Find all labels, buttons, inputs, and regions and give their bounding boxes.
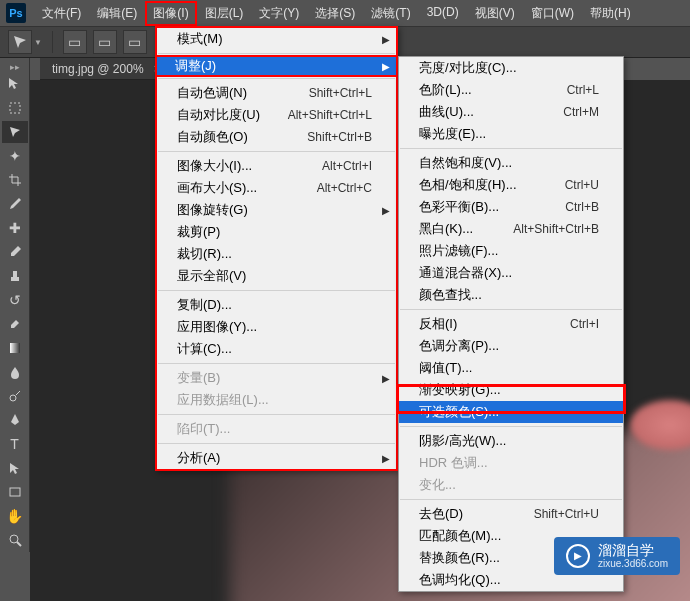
menu-separator [158, 290, 395, 291]
blur-tool[interactable] [2, 361, 28, 383]
brush-tool[interactable] [2, 241, 28, 263]
menu-item[interactable]: 裁剪(P) [157, 221, 396, 243]
image-menu: 模式(M)▶调整(J)▶自动色调(N)Shift+Ctrl+L自动对比度(U)A… [155, 26, 398, 471]
menu-item-shortcut: Ctrl+L [567, 83, 599, 97]
menu-item[interactable]: 阴影/高光(W)... [399, 430, 623, 452]
rectangle-tool[interactable] [2, 481, 28, 503]
quick-select-tool[interactable] [2, 121, 28, 143]
gradient-tool[interactable] [2, 337, 28, 359]
menu-item[interactable]: 渐变映射(G)... [399, 379, 623, 401]
tool-preset[interactable]: ▼ [8, 30, 42, 54]
menu-item[interactable]: 曲线(U)...Ctrl+M [399, 101, 623, 123]
menu-item-label: 黑白(K)... [419, 220, 473, 238]
menu-item[interactable]: 照片滤镜(F)... [399, 240, 623, 262]
menu-item[interactable]: 图像旋转(G)▶ [157, 199, 396, 221]
eraser-tool[interactable] [2, 313, 28, 335]
menu-item[interactable]: 调整(J)▶ [155, 55, 398, 77]
menu-item[interactable]: 自动对比度(U)Alt+Shift+Ctrl+L [157, 104, 396, 126]
menu-item[interactable]: 色阶(L)...Ctrl+L [399, 79, 623, 101]
separator [52, 31, 53, 53]
menu-item-label: 反相(I) [419, 315, 457, 333]
menu-选择[interactable]: 选择(S) [307, 1, 363, 26]
menu-item[interactable]: 亮度/对比度(C)... [399, 57, 623, 79]
watermark-url: zixue.3d66.com [598, 558, 668, 569]
dodge-tool[interactable] [2, 385, 28, 407]
menu-滤镜[interactable]: 滤镜(T) [363, 1, 418, 26]
app-logo: Ps [6, 3, 26, 23]
menu-item-label: HDR 色调... [419, 454, 488, 472]
history-brush-tool[interactable]: ↺ [2, 289, 28, 311]
menu-item[interactable]: 可选颜色(S)... [399, 401, 623, 423]
menu-item-shortcut: Alt+Shift+Ctrl+L [288, 108, 372, 122]
menu-separator [400, 309, 622, 310]
submenu-arrow-icon: ▶ [382, 453, 390, 464]
menu-3d[interactable]: 3D(D) [419, 1, 467, 26]
svg-point-3 [10, 395, 16, 401]
menu-item[interactable]: 自然饱和度(V)... [399, 152, 623, 174]
menu-窗口[interactable]: 窗口(W) [523, 1, 582, 26]
menu-item[interactable]: 色相/饱和度(H)...Ctrl+U [399, 174, 623, 196]
menu-item-label: 色相/饱和度(H)... [419, 176, 517, 194]
menu-item[interactable]: 去色(D)Shift+Ctrl+U [399, 503, 623, 525]
new-selection-icon[interactable]: ▭ [63, 30, 87, 54]
menu-separator [158, 53, 395, 54]
menu-文件[interactable]: 文件(F) [34, 1, 89, 26]
menu-item[interactable]: 复制(D)... [157, 294, 396, 316]
menu-item[interactable]: 计算(C)... [157, 338, 396, 360]
menu-item-label: 阴影/高光(W)... [419, 432, 506, 450]
move-tool[interactable] [2, 73, 28, 95]
healing-brush-tool[interactable]: ✚ [2, 217, 28, 239]
menu-图层[interactable]: 图层(L) [197, 1, 252, 26]
menu-item-label: 曲线(U)... [419, 103, 474, 121]
menu-文字[interactable]: 文字(Y) [251, 1, 307, 26]
menu-帮助[interactable]: 帮助(H) [582, 1, 639, 26]
document-tab[interactable]: timg.jpg @ 200% × [40, 58, 173, 80]
menu-item-label: 图像旋转(G) [177, 201, 248, 219]
menu-item[interactable]: 自动颜色(O)Shift+Ctrl+B [157, 126, 396, 148]
menu-item[interactable]: 曝光度(E)... [399, 123, 623, 145]
add-selection-icon[interactable]: ▭ [93, 30, 117, 54]
path-select-tool[interactable] [2, 457, 28, 479]
menu-separator [158, 151, 395, 152]
menu-item[interactable]: 应用图像(Y)... [157, 316, 396, 338]
menu-item[interactable]: 分析(A)▶ [157, 447, 396, 469]
menu-item[interactable]: 色彩平衡(B)...Ctrl+B [399, 196, 623, 218]
menu-item[interactable]: 显示全部(V) [157, 265, 396, 287]
menu-item[interactable]: 颜色查找... [399, 284, 623, 306]
crop-tool[interactable] [2, 169, 28, 191]
menu-separator [400, 426, 622, 427]
menu-item[interactable]: 反相(I)Ctrl+I [399, 313, 623, 335]
menu-item-label: 图像大小(I)... [177, 157, 252, 175]
panel-collapse-icon[interactable]: ▸▸ [0, 62, 29, 72]
zoom-tool[interactable] [2, 529, 28, 551]
menu-item[interactable]: 裁切(R)... [157, 243, 396, 265]
type-tool[interactable]: T [2, 433, 28, 455]
menu-item-label: 变化... [419, 476, 456, 494]
subtract-selection-icon[interactable]: ▭ [123, 30, 147, 54]
menu-item[interactable]: 图像大小(I)...Alt+Ctrl+I [157, 155, 396, 177]
menu-item[interactable]: 阈值(T)... [399, 357, 623, 379]
svg-rect-4 [10, 488, 20, 496]
menu-item[interactable]: 色调分离(P)... [399, 335, 623, 357]
marquee-tool[interactable] [2, 97, 28, 119]
menu-图像[interactable]: 图像(I) [145, 1, 196, 26]
menu-视图[interactable]: 视图(V) [467, 1, 523, 26]
pen-tool[interactable] [2, 409, 28, 431]
menu-item: 变量(B)▶ [157, 367, 396, 389]
menu-item-shortcut: Ctrl+I [570, 317, 599, 331]
menu-item-label: 自然饱和度(V)... [419, 154, 512, 172]
svg-point-5 [10, 535, 18, 543]
menu-item[interactable]: 模式(M)▶ [157, 28, 396, 50]
menu-编辑[interactable]: 编辑(E) [89, 1, 145, 26]
eyedropper-tool[interactable] [2, 193, 28, 215]
menu-item[interactable]: 自动色调(N)Shift+Ctrl+L [157, 82, 396, 104]
magic-wand-tool[interactable]: ✦ [2, 145, 28, 167]
menu-item[interactable]: 画布大小(S)...Alt+Ctrl+C [157, 177, 396, 199]
tools-panel: ▸▸ ✦ ✚ ↺ T ✋ [0, 58, 30, 552]
hand-tool[interactable]: ✋ [2, 505, 28, 527]
menu-item: 应用数据组(L)... [157, 389, 396, 411]
menu-item-label: 自动对比度(U) [177, 106, 260, 124]
menu-item[interactable]: 黑白(K)...Alt+Shift+Ctrl+B [399, 218, 623, 240]
clone-stamp-tool[interactable] [2, 265, 28, 287]
menu-item[interactable]: 通道混合器(X)... [399, 262, 623, 284]
